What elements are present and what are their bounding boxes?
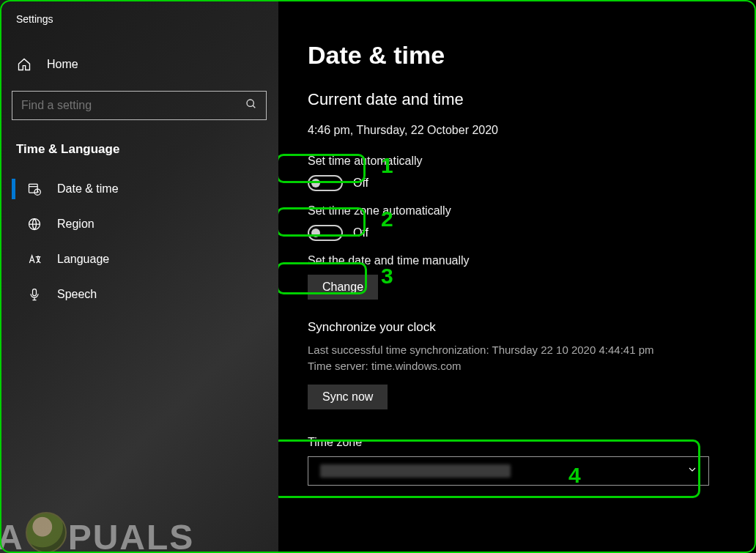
svg-line-1 xyxy=(253,105,255,108)
home-label: Home xyxy=(47,58,78,71)
sidebar: Settings Home Time & Language Date & tim… xyxy=(0,0,278,553)
sync-detail: Last successful time synchronization: Th… xyxy=(308,342,741,374)
category-heading: Time & Language xyxy=(12,136,267,171)
search-icon xyxy=(245,98,257,113)
sidebar-item-label: Date & time xyxy=(57,182,119,196)
sidebar-item-label: Region xyxy=(57,218,94,231)
svg-rect-2 xyxy=(29,184,38,193)
set-time-auto-toggle[interactable] xyxy=(308,175,343,191)
svg-point-0 xyxy=(247,100,253,106)
watermark-logo-icon xyxy=(26,512,67,553)
sidebar-item-label: Speech xyxy=(57,288,97,301)
search-input-wrap[interactable] xyxy=(12,91,267,120)
set-time-auto-label: Set time automatically xyxy=(308,155,741,168)
sync-heading: Synchronize your clock xyxy=(308,320,741,335)
sidebar-item-speech[interactable]: Speech xyxy=(12,277,267,312)
set-manual-label: Set the date and time manually xyxy=(308,254,741,267)
sidebar-item-date-time[interactable]: Date & time xyxy=(12,171,267,207)
sidebar-item-region[interactable]: Region xyxy=(12,207,267,242)
watermark-left: A xyxy=(0,517,24,553)
time-zone-value-blurred xyxy=(320,464,511,478)
mic-icon xyxy=(26,287,42,302)
svg-rect-6 xyxy=(33,289,37,296)
sidebar-item-language[interactable]: Language xyxy=(12,242,267,277)
section-current-datetime: Current date and time xyxy=(308,90,741,109)
chevron-down-icon xyxy=(686,464,698,478)
home-icon xyxy=(16,57,32,72)
home-nav[interactable]: Home xyxy=(12,50,267,79)
set-time-auto-state: Off xyxy=(353,177,368,190)
set-tz-auto-toggle[interactable] xyxy=(308,225,343,241)
calendar-clock-icon xyxy=(26,182,42,196)
sync-last: Last successful time synchronization: Th… xyxy=(308,344,654,356)
sidebar-item-label: Language xyxy=(57,253,109,266)
time-zone-select[interactable] xyxy=(308,456,709,486)
main-content: Date & time Current date and time 4:46 p… xyxy=(278,0,756,553)
sync-server: Time server: time.windows.com xyxy=(308,360,462,372)
current-datetime-value: 4:46 pm, Thursday, 22 October 2020 xyxy=(308,124,741,137)
set-tz-auto-state: Off xyxy=(353,226,368,240)
language-icon xyxy=(26,252,42,267)
search-input[interactable] xyxy=(21,99,245,112)
watermark-right: PUALS xyxy=(68,517,195,553)
settings-window: Settings Home Time & Language Date & tim… xyxy=(0,0,756,553)
sync-now-button[interactable]: Sync now xyxy=(308,385,388,409)
change-button[interactable]: Change xyxy=(308,275,378,300)
app-title: Settings xyxy=(16,13,267,25)
globe-icon xyxy=(26,217,42,231)
set-tz-auto-label: Set time zone automatically xyxy=(308,204,741,218)
time-zone-heading: Time zone xyxy=(308,436,741,449)
page-title: Date & time xyxy=(308,41,741,70)
watermark: A PUALS xyxy=(0,512,194,553)
